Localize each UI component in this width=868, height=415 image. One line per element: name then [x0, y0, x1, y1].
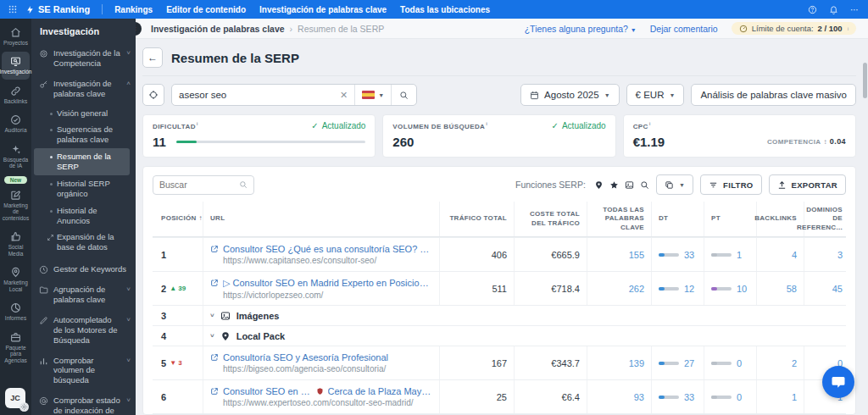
- location-target-button[interactable]: [142, 84, 164, 106]
- serp-table: POSICIÓN↑ URL TRÁFICO TOTAL COSTE TOTAL …: [153, 202, 846, 415]
- header-cost[interactable]: COSTE TOTAL DEL TRÁFICO: [514, 202, 587, 236]
- feature-images[interactable]: ˅ Imágenes: [210, 311, 279, 321]
- currency-selector-button[interactable]: € EUR ▼: [626, 84, 685, 106]
- header-url[interactable]: URL: [203, 202, 439, 236]
- chevron-down-icon[interactable]: ˅: [210, 312, 214, 319]
- menu-item-agrupacion[interactable]: Agrupación de palabras clave ˅: [31, 279, 136, 310]
- country-selector[interactable]: ▼: [355, 91, 391, 99]
- bulk-analysis-button[interactable]: Análisis de palabras clave masivo: [691, 84, 856, 106]
- submenu-sugerencias[interactable]: Sugerencias de palabras clave: [34, 121, 130, 148]
- rail-item-busqueda-ia[interactable]: Búsqueda de IA: [2, 140, 30, 174]
- backlinks-link[interactable]: 2: [756, 346, 804, 379]
- backlinks-link[interactable]: 4: [756, 238, 804, 271]
- submenu-expansion-bd[interactable]: Expansión de la base de datos: [34, 229, 130, 256]
- submenu-historial-serp[interactable]: Historial SERP orgánico: [34, 175, 130, 202]
- filter-icon: [709, 180, 718, 190]
- external-link-icon[interactable]: [210, 353, 219, 362]
- images-icon[interactable]: [625, 180, 634, 190]
- nav-item-content-editor[interactable]: Editor de contenido: [166, 5, 246, 14]
- apps-grid-icon[interactable]: [8, 5, 17, 14]
- result-link[interactable]: Consultoría SEO y Asesoría Profesional: [223, 352, 388, 362]
- menu-item-competencia[interactable]: Investigación de la Competencia ˅: [31, 43, 136, 74]
- help-icon[interactable]: [808, 5, 817, 14]
- header-traffic[interactable]: TRÁFICO TOTAL: [439, 202, 514, 236]
- rail-item-auditoria[interactable]: Auditoría: [2, 110, 30, 137]
- header-dt[interactable]: DT: [651, 202, 704, 236]
- user-avatar[interactable]: JC: [5, 388, 25, 408]
- header-keywords[interactable]: TODAS LAS PALABRAS CLAVE: [587, 202, 651, 236]
- rail-item-informes[interactable]: Informes: [2, 298, 30, 325]
- question-dropdown[interactable]: ¿Tienes alguna pregunta? ▼: [525, 24, 637, 34]
- table-search-input[interactable]: [159, 180, 231, 190]
- feedback-link[interactable]: Dejar comentario: [650, 24, 718, 34]
- menu-item-indexacion[interactable]: Comprobar estado de indexación de la pág…: [31, 390, 136, 415]
- result-link-cont[interactable]: Cerca de la Plaza Mayor de ...: [328, 386, 432, 396]
- header-pt[interactable]: PT: [704, 202, 756, 236]
- rail-item-proyectos[interactable]: Proyectos: [2, 23, 30, 50]
- settings-gear-icon[interactable]: [19, 402, 29, 412]
- rail-item-social-media[interactable]: Social Media: [2, 227, 30, 261]
- submenu-vision-general[interactable]: Visión general: [34, 105, 130, 122]
- rail-item-marketing-local[interactable]: Marketing Local: [2, 263, 30, 296]
- header-position[interactable]: POSICIÓN↑: [153, 202, 203, 236]
- menu-item-volumen[interactable]: Comprobar volumen de búsqueda ˅: [31, 351, 136, 391]
- search-submit-button[interactable]: [392, 91, 416, 100]
- reviews-star-icon[interactable]: [609, 180, 619, 190]
- rail-item-marketing-contenidos[interactable]: Marketing de contenidos: [2, 185, 30, 225]
- feature-local-pack[interactable]: ˅ Local Pack: [210, 331, 285, 341]
- rail-item-paquete-agencias[interactable]: Paquete para Agencias: [2, 328, 30, 368]
- external-link-icon[interactable]: [210, 387, 219, 396]
- bolt-icon: [25, 5, 35, 14]
- account-limit-badge[interactable]: Límite de cuenta: 2 / 100i: [732, 22, 856, 35]
- ref-domains-link[interactable]: 3: [804, 238, 846, 271]
- check-circle-icon: [10, 114, 21, 125]
- external-link-icon[interactable]: [210, 279, 219, 287]
- breadcrumb-keyword-research[interactable]: Investigación de palabras clave: [151, 24, 285, 34]
- research-icon: [10, 56, 21, 67]
- local-pack-pin-icon: [220, 331, 231, 341]
- header-ref-domains[interactable]: DOMINIOS DE REFERENC...: [804, 202, 846, 236]
- backlinks-link[interactable]: 1: [756, 380, 804, 413]
- search-feature-icon[interactable]: [640, 180, 649, 190]
- menu-item-gestor-keywords[interactable]: Gestor de Keywords: [31, 259, 136, 279]
- backlinks-link[interactable]: 58: [756, 272, 804, 305]
- position-change-down: ▼ 3: [170, 359, 182, 367]
- menu-item-palabras-clave[interactable]: Investigación de palabras clave ˄: [31, 74, 136, 104]
- pt-bar: [711, 287, 732, 290]
- rail-item-backlinks[interactable]: Backlinks: [2, 81, 30, 108]
- keywords-link[interactable]: 262: [587, 272, 651, 305]
- nav-item-keyword-research[interactable]: Investigación de palabras clave: [259, 5, 387, 14]
- home-icon: [10, 27, 21, 38]
- more-menu-icon[interactable]: ⋯: [850, 5, 860, 14]
- ref-domains-link[interactable]: 45: [804, 272, 846, 305]
- clear-input-icon[interactable]: ✕: [333, 90, 354, 101]
- brand-logo[interactable]: SE Ranking: [25, 4, 90, 14]
- keywords-link[interactable]: 93: [587, 380, 651, 413]
- result-link[interactable]: ▷ Consultor SEO en Madrid Experto en Pos…: [223, 278, 432, 289]
- chevron-down-icon[interactable]: ˅: [210, 332, 214, 340]
- submenu-historial-anuncios[interactable]: Historial de Anuncios: [34, 202, 130, 230]
- filter-button[interactable]: FILTRO: [700, 174, 761, 195]
- result-link[interactable]: Consultor SEO en Madrid: [223, 386, 312, 396]
- keyword-input[interactable]: [172, 90, 333, 100]
- export-button[interactable]: EXPORTAR: [769, 174, 846, 195]
- local-pack-pin-icon[interactable]: [594, 180, 604, 190]
- external-link-icon[interactable]: [210, 245, 219, 253]
- rail-item-investigacion[interactable]: Investigación: [2, 52, 30, 79]
- nav-item-all-locations[interactable]: Todas las ubicaciones: [400, 5, 490, 14]
- keywords-link[interactable]: 139: [587, 346, 651, 379]
- menu-item-autocompletado[interactable]: Autocompletado de los Motores de Búsqued…: [31, 310, 136, 351]
- date-selector-button[interactable]: Agosto 2025 ▼: [520, 84, 620, 106]
- briefcase-icon: [10, 332, 21, 343]
- result-link[interactable]: Consultor SEO ¿Qué es una consultoría SE…: [223, 244, 432, 254]
- nav-item-rankings[interactable]: Rankings: [114, 5, 153, 14]
- keywords-link[interactable]: 155: [587, 238, 651, 271]
- back-button[interactable]: ←: [142, 47, 163, 68]
- pt-bar: [711, 396, 732, 399]
- vertical-scrollbar[interactable]: [863, 63, 867, 98]
- copy-dropdown-button[interactable]: ▼: [656, 174, 693, 195]
- chat-widget-button[interactable]: [822, 366, 854, 398]
- difficulty-label: DIFICULTADi: [153, 121, 198, 130]
- submenu-resumen-serp[interactable]: Resumen de la SERP: [34, 148, 130, 175]
- notifications-bell-icon[interactable]: [829, 5, 838, 14]
